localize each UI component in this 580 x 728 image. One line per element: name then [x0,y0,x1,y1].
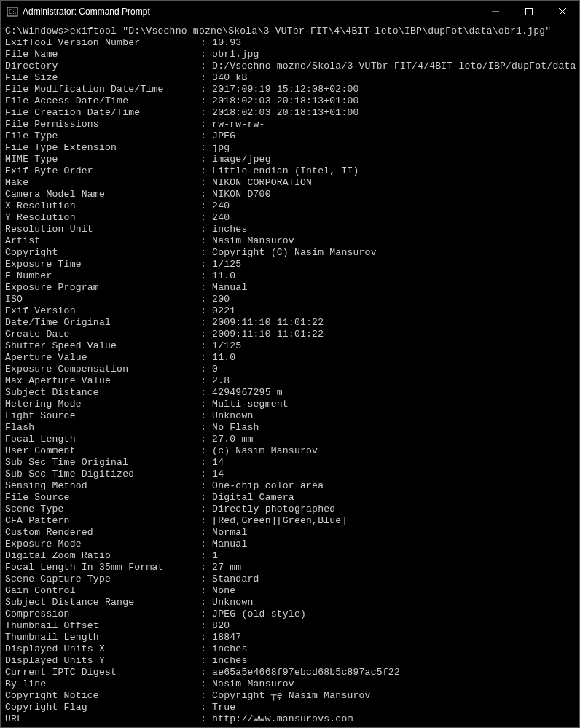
field-value: : 240 [200,212,575,224]
output-row: By-line: Nasim Mansurov [5,678,575,690]
field-key: Copyright [5,247,200,259]
field-key: Compression [5,608,200,620]
field-key: Shutter Speed Value [5,340,200,352]
output-row: ExifTool Version Number: 10.93 [5,37,575,49]
field-key: File Source [5,492,200,504]
output-row: Current IPTC Digest: ae65a5e4668f97ebcd6… [5,667,575,678]
command-line: C:\Windows>exiftool "D:\Vsechno mozne\Sk… [5,26,575,37]
output-row: Scene Capture Type: Standard [5,574,575,585]
field-key: User Comment [5,445,200,457]
field-value: : 1/125 [200,340,575,352]
maximize-button[interactable] [512,1,546,23]
field-key: Displayed Units X [5,643,200,655]
field-value: : Little-endian (Intel, II) [200,165,575,177]
output-row: Metering Mode: Multi-segment [5,399,575,410]
command-prompt-window: C:\ Administrator: Command Prompt C:\Win… [0,0,580,728]
field-value: : D:/Vsechno mozne/Skola/3-VUTbr-FIT/4/4… [200,60,576,72]
output-row: Exposure Compensation: 0 [5,364,575,375]
field-key: Scene Capture Type [5,574,200,585]
output-row: File Size: 340 kB [5,72,575,84]
output-row: User Comment: (c) Nasim Mansurov [5,445,575,457]
field-key: Artist [5,235,200,247]
output-row: Thumbnail Offset: 820 [5,620,575,632]
field-key: Exposure Time [5,259,200,270]
output-row: F Number: 11.0 [5,270,575,282]
field-value: : 18847 [200,632,575,643]
field-key: Thumbnail Offset [5,620,200,632]
field-key: Focal Length In 35mm Format [5,562,200,574]
field-key: Exposure Compensation [5,364,200,375]
output-row: File Source: Digital Camera [5,492,575,504]
field-key: Subject Distance [5,387,200,399]
field-value: : Directly photographed [200,504,575,515]
field-value: : 10.93 [200,37,575,49]
output-row: Displayed Units X: inches [5,643,575,655]
output-row: File Type Extension: jpg [5,142,575,154]
field-key: ISO [5,294,200,305]
field-value: : 2.8 [200,375,575,387]
output-row: Scene Type: Directly photographed [5,504,575,515]
field-value: : 340 kB [200,72,575,84]
output-row: Custom Rendered: Normal [5,527,575,539]
field-key: Copyright Notice [5,690,200,702]
svg-text:C:\: C:\ [9,9,17,15]
cmd-icon: C:\ [7,6,18,17]
field-key: Exposure Program [5,282,200,294]
field-key: MIME Type [5,154,200,165]
close-button[interactable] [546,1,579,23]
minimize-button[interactable] [479,1,512,23]
output-row: Thumbnail Length: 18847 [5,632,575,643]
titlebar[interactable]: C:\ Administrator: Command Prompt [1,1,579,23]
field-value: : 11.0 [200,270,575,282]
svg-rect-3 [526,9,533,15]
output-row: Aperture Value: 11.0 [5,352,575,364]
field-value: : NIKON CORPORATION [200,177,575,189]
output-row: Create Date: 2009:11:10 11:01:22 [5,329,575,340]
field-value: : inches [200,224,575,235]
output-row: Sub Sec Time Digitized: 14 [5,469,575,480]
field-key: Metering Mode [5,399,200,410]
output-row: Compression: JPEG (old-style) [5,608,575,620]
field-value: : 0 [200,364,575,375]
field-value: : 14 [200,457,575,469]
field-key: X Resolution [5,200,200,212]
terminal-output[interactable]: C:\Windows>exiftool "D:\Vsechno mozne\Sk… [1,23,579,727]
field-value: : 2009:11:10 11:01:22 [200,317,575,329]
window-controls [479,1,579,23]
output-row: Light Source: Unknown [5,410,575,422]
field-value: : 14 [200,469,575,480]
field-key: Copyright Flag [5,702,200,713]
field-key: Y Resolution [5,212,200,224]
field-value: : JPEG [200,130,575,142]
field-value: : obr1.jpg [200,49,575,60]
field-value: : NIKON D700 [200,189,575,200]
field-value: : image/jpeg [200,154,575,165]
field-key: Make [5,177,200,189]
field-value: : 11.0 [200,352,575,364]
output-row: Focal Length: 27.0 mm [5,434,575,445]
field-key: Date/Time Original [5,317,200,329]
field-key: CFA Pattern [5,515,200,527]
field-value: : 0221 [200,305,575,317]
field-value: : 2009:11:10 11:01:22 [200,329,575,340]
output-row: File Access Date/Time: 2018:02:03 20:18:… [5,95,575,107]
field-value: : Nasim Mansurov [200,235,575,247]
field-key: Displayed Units Y [5,655,200,667]
field-key: File Type [5,130,200,142]
field-key: By-line [5,678,200,690]
field-value: : Multi-segment [200,399,575,410]
titlebar-left: C:\ Administrator: Command Prompt [7,6,150,17]
field-value: : 27.0 mm [200,434,575,445]
output-row: Exposure Mode: Manual [5,539,575,550]
field-value: : None [200,585,575,597]
field-key: Subject Distance Range [5,597,200,608]
field-value: : rw-rw-rw- [200,119,575,130]
field-key: Custom Rendered [5,527,200,539]
field-value: : ae65a5e4668f97ebcd68b5c897ac5f22 [200,667,575,678]
field-value: : Unknown [200,597,575,608]
output-row: Artist: Nasim Mansurov [5,235,575,247]
field-value: : inches [200,655,575,667]
field-value: : inches [200,643,575,655]
output-row: Exif Version: 0221 [5,305,575,317]
output-row: Shutter Speed Value: 1/125 [5,340,575,352]
